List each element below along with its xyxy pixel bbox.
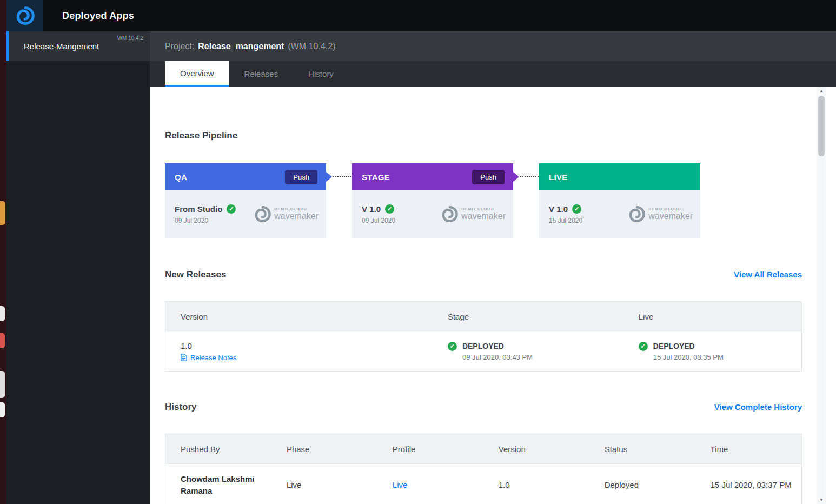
scrollbar[interactable] [817, 87, 826, 504]
app-title: Deployed Apps [62, 10, 134, 22]
app-window: Deployed Apps WM 10.4.2 Release-Mangemen… [0, 0, 836, 504]
new-releases-heading: New Releases [165, 269, 226, 281]
stage-time: 09 Jul 2020, 03:43 PM [462, 353, 533, 361]
phase-cell: Live [271, 480, 377, 489]
column-header-pushed-by: Pushed By [165, 445, 271, 454]
column-header-phase: Phase [271, 445, 377, 454]
stage-push-0[interactable]: Push [285, 170, 317, 184]
stage-version: From Studio [175, 204, 222, 214]
tab-overview[interactable]: Overview [165, 61, 229, 87]
check-circle-icon [448, 342, 457, 351]
wavemaker-wave-icon [441, 205, 458, 223]
wavemaker-cloud-logo: DEMO CLOUD wavemaker [628, 205, 693, 223]
column-header-profile: Profile [377, 445, 483, 454]
release-pipeline-heading: Release Pipeline [165, 130, 802, 142]
stage-version: V 1.0 [549, 204, 568, 214]
taskbar-icon[interactable] [0, 306, 5, 321]
wavemaker-wave-icon [628, 205, 645, 223]
overview-panel: Release Pipeline QA Push From Studio [150, 87, 836, 504]
logo-demo-cloud-label: DEMO CLOUD [461, 207, 506, 211]
pipeline-connector [326, 163, 352, 190]
new-releases-table: Version Stage Live 1.0 Release Notes [165, 301, 802, 372]
history-table: Pushed By Phase Profile Version Status T… [165, 434, 802, 504]
top-bar: Deployed Apps [6, 0, 836, 31]
release-version: 1.0 [181, 341, 433, 350]
wavemaker-cloud-logo: DEMO CLOUD wavemaker [441, 205, 506, 223]
taskbar-icon[interactable] [0, 371, 5, 398]
stage-name: LIVE [549, 173, 568, 182]
column-header-status: Status [589, 445, 695, 454]
document-icon [181, 354, 187, 361]
new-releases-table-header: Version Stage Live [165, 302, 801, 331]
project-label: Project: [165, 42, 194, 51]
column-header-time: Time [695, 445, 801, 454]
logo-demo-cloud-label: DEMO CLOUD [274, 207, 319, 211]
logo-wavemaker-label: wavemaker [648, 211, 693, 221]
sidebar-item-project[interactable]: WM 10.4.2 Release-Mangement [6, 31, 150, 61]
stage-header-2: LIVE [539, 163, 700, 190]
stage-header-0: QA Push [165, 163, 326, 190]
table-row: Chowdam Lakshmi Ramana Live Live 1.0 Dep… [165, 463, 801, 504]
check-circle-icon [385, 204, 394, 214]
wavemaker-logo[interactable] [6, 0, 43, 31]
new-releases-section-head: New Releases View All Releases [165, 269, 802, 281]
scroll-down-arrow-icon[interactable] [817, 495, 826, 504]
status-cell: Deployed [589, 480, 695, 489]
table-row: 1.0 Release Notes [165, 331, 801, 371]
pipeline-stage-live: LIVE V 1.0 15 Jul 2020 [539, 163, 700, 238]
history-table-header: Pushed By Phase Profile Version Status T… [165, 434, 801, 463]
logo-wavemaker-label: wavemaker [274, 211, 319, 221]
stage-date: 15 Jul 2020 [549, 217, 582, 224]
stage-status: DEPLOYED [462, 342, 533, 350]
history-heading: History [165, 401, 197, 413]
sidebar-project-name: Release-Mangement [24, 42, 99, 51]
pipeline-stage-qa: QA Push From Studio 09 Jul 2020 [165, 163, 326, 238]
taskbar-icon[interactable] [0, 201, 5, 225]
stage-date: 09 Jul 2020 [362, 217, 395, 224]
version-cell: 1.0 Release Notes [165, 341, 433, 362]
check-circle-icon [639, 342, 648, 351]
sidebar: WM 10.4.2 Release-Mangement [6, 31, 150, 504]
taskbar-strip [0, 0, 6, 504]
view-complete-history-link[interactable]: View Complete History [714, 401, 802, 413]
wavemaker-wave-icon [15, 6, 35, 25]
time-cell: 15 Jul 2020, 03:37 PM [695, 479, 801, 491]
live-time: 15 Jul 2020, 03:35 PM [653, 353, 724, 361]
stage-name: QA [175, 173, 187, 182]
profile-live-link[interactable]: Live [393, 480, 408, 489]
project-wm-version: WM 10.4.2 [117, 35, 143, 41]
stage-push-1[interactable]: Push [472, 170, 505, 184]
pipeline-connector [513, 163, 539, 190]
wavemaker-cloud-logo: DEMO CLOUD wavemaker [254, 205, 319, 223]
pipeline-stage-stage: STAGE Push V 1.0 09 Jul 2020 [352, 163, 513, 238]
project-version: (WM 10.4.2) [288, 42, 335, 51]
check-circle-icon [227, 204, 236, 214]
scroll-up-arrow-icon[interactable] [817, 87, 826, 95]
tab-releases[interactable]: Releases [229, 61, 294, 87]
release-pipeline: QA Push From Studio 09 Jul 2020 [165, 163, 802, 238]
stage-header-1: STAGE Push [352, 163, 513, 190]
tab-history[interactable]: History [293, 61, 349, 87]
column-header-version: Version [483, 445, 589, 454]
wavemaker-wave-icon [254, 205, 271, 223]
stage-version: V 1.0 [362, 204, 381, 214]
stage-body: V 1.0 09 Jul 2020 DEMO CLOUD wavem [352, 190, 513, 238]
stage-body: From Studio 09 Jul 2020 DEMO CLOUD [165, 190, 326, 238]
tab-bar: Overview Releases History [150, 61, 836, 87]
profile-cell: Live [377, 480, 483, 490]
live-status: DEPLOYED [653, 342, 724, 350]
history-section-head: History View Complete History [165, 401, 802, 413]
release-notes-link[interactable]: Release Notes [181, 354, 433, 362]
taskbar-icon[interactable] [0, 402, 5, 417]
column-header-live: Live [623, 312, 801, 321]
release-notes-label: Release Notes [190, 354, 236, 362]
scrollbar-thumb[interactable] [818, 96, 825, 156]
live-status-cell: DEPLOYED 15 Jul 2020, 03:35 PM [623, 342, 801, 361]
version-cell: 1.0 [483, 480, 589, 489]
column-header-stage: Stage [433, 312, 623, 321]
taskbar-icon[interactable] [0, 333, 5, 348]
view-all-releases-link[interactable]: View All Releases [734, 269, 802, 281]
stage-name: STAGE [362, 173, 390, 182]
logo-wavemaker-label: wavemaker [461, 211, 506, 221]
stage-body: V 1.0 15 Jul 2020 DEMO CLOUD wavem [539, 190, 700, 238]
